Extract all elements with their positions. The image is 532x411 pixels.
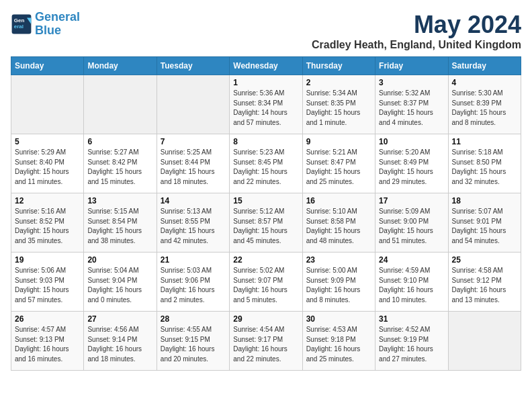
day-info: Sunrise: 5:18 AM Sunset: 8:50 PM Dayligh…	[452, 148, 517, 187]
weekday-header: Thursday	[302, 57, 375, 75]
weekday-header: Monday	[84, 57, 157, 75]
day-number: 5	[15, 137, 80, 146]
day-info: Sunrise: 5:10 AM Sunset: 8:58 PM Dayligh…	[306, 207, 371, 246]
day-number: 13	[87, 196, 152, 205]
day-info: Sunrise: 5:12 AM Sunset: 8:57 PM Dayligh…	[233, 207, 298, 246]
calendar-table: SundayMondayTuesdayWednesdayThursdayFrid…	[11, 56, 521, 371]
day-number: 16	[306, 196, 371, 205]
day-number: 15	[233, 196, 298, 205]
day-info: Sunrise: 5:20 AM Sunset: 8:49 PM Dayligh…	[379, 148, 444, 187]
calendar-week-row: 12Sunrise: 5:16 AM Sunset: 8:52 PM Dayli…	[11, 193, 521, 253]
calendar-cell: 2Sunrise: 5:34 AM Sunset: 8:35 PM Daylig…	[302, 75, 375, 134]
day-info: Sunrise: 5:07 AM Sunset: 9:01 PM Dayligh…	[452, 207, 517, 246]
calendar-cell: 26Sunrise: 4:57 AM Sunset: 9:13 PM Dayli…	[11, 312, 84, 371]
calendar-cell: 6Sunrise: 5:27 AM Sunset: 8:42 PM Daylig…	[84, 134, 157, 193]
day-number: 3	[379, 78, 444, 87]
day-info: Sunrise: 5:23 AM Sunset: 8:45 PM Dayligh…	[233, 148, 298, 187]
calendar-cell: 7Sunrise: 5:25 AM Sunset: 8:44 PM Daylig…	[157, 134, 229, 193]
calendar-cell: 19Sunrise: 5:06 AM Sunset: 9:03 PM Dayli…	[11, 253, 84, 312]
calendar-cell: 15Sunrise: 5:12 AM Sunset: 8:57 PM Dayli…	[230, 193, 302, 253]
location-title: Cradley Heath, England, United Kingdom	[312, 39, 521, 51]
logo-icon: Gen eral	[11, 13, 32, 35]
day-number: 2	[306, 78, 371, 87]
calendar-cell: 14Sunrise: 5:13 AM Sunset: 8:55 PM Dayli…	[157, 193, 229, 253]
day-info: Sunrise: 5:25 AM Sunset: 8:44 PM Dayligh…	[161, 148, 226, 187]
calendar-cell	[84, 75, 157, 134]
calendar-cell: 30Sunrise: 4:53 AM Sunset: 9:18 PM Dayli…	[302, 312, 375, 371]
calendar-cell: 5Sunrise: 5:29 AM Sunset: 8:40 PM Daylig…	[11, 134, 84, 193]
calendar-cell	[11, 75, 84, 134]
day-number: 18	[452, 196, 517, 205]
day-info: Sunrise: 5:21 AM Sunset: 8:47 PM Dayligh…	[306, 148, 371, 187]
day-info: Sunrise: 5:03 AM Sunset: 9:06 PM Dayligh…	[161, 266, 226, 305]
weekday-header: Sunday	[11, 57, 84, 75]
day-info: Sunrise: 5:06 AM Sunset: 9:03 PM Dayligh…	[15, 266, 80, 305]
calendar-cell: 18Sunrise: 5:07 AM Sunset: 9:01 PM Dayli…	[448, 193, 521, 253]
calendar-cell: 23Sunrise: 5:00 AM Sunset: 9:09 PM Dayli…	[302, 253, 375, 312]
title-block: May 2024 Cradley Heath, England, United …	[312, 11, 521, 51]
day-number: 24	[379, 255, 444, 265]
calendar-cell: 17Sunrise: 5:09 AM Sunset: 9:00 PM Dayli…	[375, 193, 448, 253]
calendar-cell: 9Sunrise: 5:21 AM Sunset: 8:47 PM Daylig…	[302, 134, 375, 193]
day-info: Sunrise: 4:58 AM Sunset: 9:12 PM Dayligh…	[452, 266, 517, 305]
weekday-header: Saturday	[448, 57, 521, 75]
calendar-cell: 29Sunrise: 4:54 AM Sunset: 9:17 PM Dayli…	[230, 312, 302, 371]
day-number: 30	[306, 314, 371, 324]
calendar-cell: 24Sunrise: 4:59 AM Sunset: 9:10 PM Dayli…	[375, 253, 448, 312]
day-number: 22	[233, 255, 298, 265]
day-number: 19	[15, 255, 80, 265]
day-number: 28	[161, 314, 226, 324]
day-info: Sunrise: 5:32 AM Sunset: 8:37 PM Dayligh…	[379, 89, 444, 128]
logo: Gen eral General Blue	[11, 11, 80, 38]
calendar-cell: 16Sunrise: 5:10 AM Sunset: 8:58 PM Dayli…	[302, 193, 375, 253]
calendar-cell	[157, 75, 229, 134]
weekday-header: Tuesday	[157, 57, 229, 75]
day-number: 8	[233, 137, 298, 146]
calendar-cell: 22Sunrise: 5:02 AM Sunset: 9:07 PM Dayli…	[230, 253, 302, 312]
day-number: 26	[15, 314, 80, 324]
day-info: Sunrise: 4:59 AM Sunset: 9:10 PM Dayligh…	[379, 266, 444, 305]
day-info: Sunrise: 4:57 AM Sunset: 9:13 PM Dayligh…	[15, 325, 80, 364]
calendar-cell: 1Sunrise: 5:36 AM Sunset: 8:34 PM Daylig…	[230, 75, 302, 134]
svg-text:eral: eral	[14, 24, 24, 30]
calendar-cell: 20Sunrise: 5:04 AM Sunset: 9:04 PM Dayli…	[84, 253, 157, 312]
calendar-cell: 28Sunrise: 4:55 AM Sunset: 9:15 PM Dayli…	[157, 312, 229, 371]
day-number: 9	[306, 137, 371, 146]
day-number: 7	[161, 137, 226, 146]
calendar-cell: 4Sunrise: 5:30 AM Sunset: 8:39 PM Daylig…	[448, 75, 521, 134]
day-info: Sunrise: 4:55 AM Sunset: 9:15 PM Dayligh…	[161, 325, 226, 364]
calendar-week-row: 19Sunrise: 5:06 AM Sunset: 9:03 PM Dayli…	[11, 253, 521, 312]
calendar-cell: 21Sunrise: 5:03 AM Sunset: 9:06 PM Dayli…	[157, 253, 229, 312]
page-header: Gen eral General Blue May 2024 Cradley H…	[11, 11, 521, 51]
day-info: Sunrise: 4:52 AM Sunset: 9:19 PM Dayligh…	[379, 325, 444, 364]
day-number: 25	[452, 255, 517, 265]
day-info: Sunrise: 5:13 AM Sunset: 8:55 PM Dayligh…	[161, 207, 226, 246]
calendar-cell: 8Sunrise: 5:23 AM Sunset: 8:45 PM Daylig…	[230, 134, 302, 193]
weekday-header: Wednesday	[230, 57, 302, 75]
day-number: 1	[233, 78, 298, 87]
day-info: Sunrise: 4:54 AM Sunset: 9:17 PM Dayligh…	[233, 325, 298, 364]
day-number: 14	[161, 196, 226, 205]
day-info: Sunrise: 5:16 AM Sunset: 8:52 PM Dayligh…	[15, 207, 80, 246]
day-number: 27	[87, 314, 152, 324]
day-number: 20	[87, 255, 152, 265]
day-number: 17	[379, 196, 444, 205]
day-info: Sunrise: 5:04 AM Sunset: 9:04 PM Dayligh…	[87, 266, 152, 305]
calendar-week-row: 26Sunrise: 4:57 AM Sunset: 9:13 PM Dayli…	[11, 312, 521, 371]
logo-text: General Blue	[35, 11, 80, 38]
day-number: 23	[306, 255, 371, 265]
calendar-cell: 11Sunrise: 5:18 AM Sunset: 8:50 PM Dayli…	[448, 134, 521, 193]
calendar-cell: 31Sunrise: 4:52 AM Sunset: 9:19 PM Dayli…	[375, 312, 448, 371]
weekday-header: Friday	[375, 57, 448, 75]
day-number: 10	[379, 137, 444, 146]
day-info: Sunrise: 5:36 AM Sunset: 8:34 PM Dayligh…	[233, 89, 298, 128]
day-info: Sunrise: 5:00 AM Sunset: 9:09 PM Dayligh…	[306, 266, 371, 305]
day-number: 31	[379, 314, 444, 324]
day-info: Sunrise: 5:02 AM Sunset: 9:07 PM Dayligh…	[233, 266, 298, 305]
day-number: 11	[452, 137, 517, 146]
day-info: Sunrise: 5:29 AM Sunset: 8:40 PM Dayligh…	[15, 148, 80, 187]
day-number: 21	[161, 255, 226, 265]
day-info: Sunrise: 5:15 AM Sunset: 8:54 PM Dayligh…	[87, 207, 152, 246]
calendar-cell: 13Sunrise: 5:15 AM Sunset: 8:54 PM Dayli…	[84, 193, 157, 253]
weekday-header-row: SundayMondayTuesdayWednesdayThursdayFrid…	[11, 57, 521, 75]
